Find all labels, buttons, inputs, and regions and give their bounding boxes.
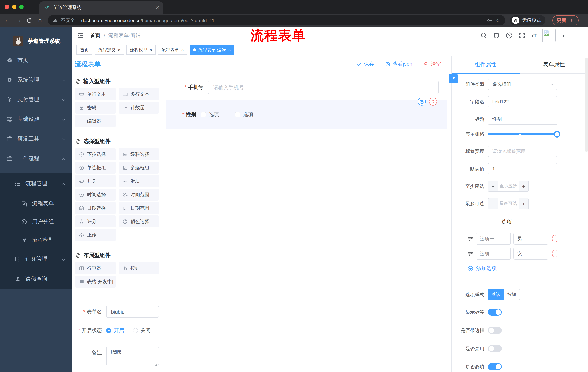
- palette-item[interactable]: 开关: [75, 175, 116, 187]
- sidebar-item-task-management[interactable]: 任务管理: [0, 249, 72, 269]
- font-size-icon[interactable]: ᴛT: [531, 32, 536, 39]
- gender-option-2-checkbox[interactable]: 选项二: [235, 111, 258, 118]
- reload-icon[interactable]: [26, 17, 32, 23]
- delete-component-button[interactable]: [429, 97, 437, 106]
- breadcrumb-home[interactable]: 首页: [90, 32, 100, 39]
- close-icon[interactable]: ×: [149, 47, 152, 53]
- view-tab-process-form-edit[interactable]: 流程表单-编辑×: [189, 45, 234, 55]
- title-input[interactable]: [488, 114, 557, 125]
- tab-form-properties[interactable]: 表单属性: [520, 56, 588, 73]
- palette-item[interactable]: 日期范围: [118, 202, 159, 214]
- form-name-input[interactable]: [106, 306, 159, 318]
- tab-component-properties[interactable]: 组件属性: [452, 56, 520, 73]
- palette-item[interactable]: 单选框组: [75, 162, 116, 174]
- decrement-button[interactable]: −: [488, 198, 498, 209]
- option-value-input[interactable]: [514, 233, 548, 244]
- doc-link-badge[interactable]: [449, 74, 458, 83]
- scrollbar[interactable]: [586, 57, 588, 152]
- toggle-required[interactable]: [488, 363, 502, 370]
- phone-field-row[interactable]: 手机号: [166, 81, 451, 94]
- key-icon[interactable]: [487, 18, 493, 23]
- sidebar-item-devtools[interactable]: 研发工具: [0, 129, 72, 149]
- palette-item[interactable]: 颜色选择: [118, 215, 159, 227]
- palette-item[interactable]: 单行文本: [75, 88, 116, 100]
- palette-item[interactable]: 行容器: [75, 262, 116, 274]
- github-icon[interactable]: [493, 32, 500, 39]
- help-icon[interactable]: [505, 32, 513, 39]
- field-name-input[interactable]: [488, 96, 557, 107]
- tab-close-icon[interactable]: ✕: [155, 5, 159, 11]
- bookmark-star-icon[interactable]: ☆: [495, 17, 500, 24]
- palette-item[interactable]: 滑块: [118, 175, 159, 187]
- palette-item[interactable]: 密码: [75, 102, 116, 114]
- toggle-with-border[interactable]: [488, 327, 502, 334]
- option-label-input[interactable]: [476, 247, 511, 260]
- option-value-input[interactable]: [514, 247, 548, 260]
- resize-handle-icon[interactable]: [154, 361, 158, 365]
- search-icon[interactable]: [480, 32, 487, 39]
- palette-item[interactable]: 多选框组: [118, 162, 159, 174]
- toggle-show-label[interactable]: [488, 309, 502, 316]
- increment-button[interactable]: +: [518, 181, 528, 191]
- browser-update-button[interactable]: 更新 ⋮: [552, 15, 578, 25]
- palette-item[interactable]: 级联选择: [118, 148, 159, 160]
- close-window-button[interactable]: [5, 5, 9, 9]
- sidebar-item-process-management[interactable]: 流程管理: [0, 172, 72, 194]
- palette-item[interactable]: 按钮: [118, 262, 159, 274]
- add-option-button[interactable]: 添加选项: [468, 265, 557, 272]
- grid-slider[interactable]: [488, 131, 557, 138]
- toggle-disabled[interactable]: [488, 345, 502, 352]
- home-icon[interactable]: ⌂: [36, 17, 44, 24]
- sidebar-item-workflow[interactable]: 工作流程: [0, 149, 72, 168]
- decrement-button[interactable]: −: [488, 181, 498, 191]
- chevron-down-icon[interactable]: ▼: [561, 33, 566, 38]
- view-tab-home[interactable]: 首页: [76, 45, 92, 55]
- palette-item[interactable]: 时间范围: [118, 189, 159, 201]
- default-value-input[interactable]: [488, 163, 557, 174]
- close-icon[interactable]: ×: [118, 47, 120, 53]
- back-icon[interactable]: ←: [4, 17, 11, 24]
- sidebar-item-leave-query[interactable]: 请假查询: [0, 269, 72, 289]
- view-tab-process-form[interactable]: 流程表单×: [158, 45, 187, 55]
- palette-item[interactable]: 123计数器: [118, 102, 159, 114]
- palette-item[interactable]: 评分: [75, 215, 116, 227]
- browser-tab[interactable]: 芋道管理系统 ✕: [39, 1, 163, 14]
- remove-option-button[interactable]: −: [552, 250, 557, 257]
- gender-option-1-checkbox[interactable]: 选项一: [201, 111, 224, 118]
- sidebar-item-process-model[interactable]: 流程模型: [0, 231, 72, 249]
- status-radio-on[interactable]: 开启: [106, 327, 124, 334]
- sidebar-item-home[interactable]: 首页: [0, 50, 72, 70]
- close-icon[interactable]: ×: [228, 47, 231, 53]
- close-icon[interactable]: ×: [181, 47, 184, 53]
- component-type-select[interactable]: [488, 79, 557, 90]
- palette-item[interactable]: 表格[开发中]: [75, 276, 116, 287]
- palette-item[interactable]: 时间选择: [75, 189, 116, 201]
- zoom-window-button[interactable]: [19, 5, 24, 9]
- sidebar-item-user-group[interactable]: 用户分组: [0, 213, 72, 231]
- sidebar-item-infrastructure[interactable]: 基础设施: [0, 109, 72, 129]
- sidebar-item-payment[interactable]: 支付管理: [0, 90, 72, 109]
- address-bar[interactable]: 不安全 dashboard.yudao.iocoder.cn/bpm/manag…: [48, 15, 505, 25]
- palette-item[interactable]: 编辑器: [75, 115, 116, 127]
- style-button-button[interactable]: 按钮: [504, 289, 520, 300]
- save-button[interactable]: 保存: [357, 61, 374, 67]
- remark-textarea[interactable]: 嘿嘿: [106, 347, 159, 365]
- minimize-window-button[interactable]: [12, 5, 16, 9]
- view-tab-process-model[interactable]: 流程模型×: [126, 45, 156, 55]
- new-tab-button[interactable]: +: [169, 2, 178, 11]
- clear-button[interactable]: 清空: [423, 61, 441, 67]
- status-radio-off[interactable]: 关闭: [133, 327, 151, 334]
- remove-option-button[interactable]: −: [552, 235, 557, 242]
- palette-item[interactable]: 下拉选择: [75, 148, 116, 160]
- sidebar-item-process-form[interactable]: 流程表单: [0, 194, 72, 213]
- fullscreen-icon[interactable]: [518, 32, 525, 39]
- drag-handle-icon[interactable]: [468, 236, 473, 242]
- window-controls[interactable]: [5, 5, 24, 9]
- browser-menu-icon[interactable]: ⋮: [569, 18, 574, 23]
- drag-handle-icon[interactable]: [468, 251, 473, 256]
- increment-button[interactable]: +: [518, 198, 528, 209]
- style-default-button[interactable]: 默认: [488, 289, 504, 300]
- forward-icon[interactable]: →: [15, 17, 22, 24]
- sidebar-item-system[interactable]: 系统管理: [0, 70, 72, 90]
- view-json-button[interactable]: 查看json: [385, 61, 412, 67]
